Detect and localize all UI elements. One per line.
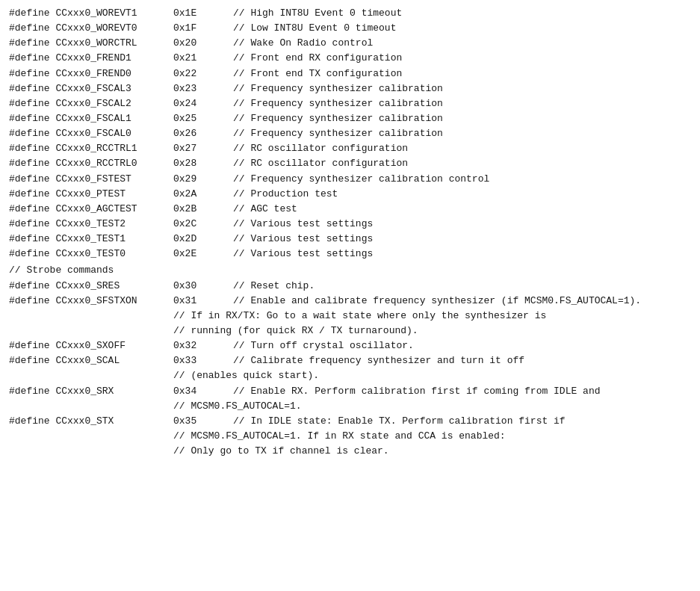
define-comment: // Frequency synthesizer calibration <box>233 96 443 111</box>
define-name: #define CCxxx0_FREND1 <box>9 51 173 66</box>
define-comment: // Reset chip. <box>233 279 315 294</box>
define-comment: // Production test <box>233 187 338 202</box>
define-line: #define CCxxx0_FREND10x21// Front end RX… <box>9 51 691 66</box>
define-comment: // Frequency synthesizer calibration <box>233 111 443 126</box>
define-name: #define CCxxx0_SRES <box>9 279 173 294</box>
define-line: #define CCxxx0_AGCTEST0x2B// AGC test <box>9 202 691 217</box>
define-comment: // Low INT8U Event 0 timeout <box>233 21 396 36</box>
define-comment: // Frequency synthesizer calibration con… <box>233 172 489 187</box>
define-line: #define CCxxx0_FSCAL30x23// Frequency sy… <box>9 81 691 96</box>
define-line: #define CCxxx0_TEST10x2D// Various test … <box>9 232 691 247</box>
define-line: #define CCxxx0_WOREVT10x1E// High INT8U … <box>9 6 691 21</box>
strobe-line-continuation: // (enables quick start). <box>9 368 691 383</box>
define-value: 0x25 <box>173 111 233 126</box>
code-content: #define CCxxx0_WOREVT10x1E// High INT8U … <box>9 6 691 459</box>
define-lines-block: #define CCxxx0_WOREVT10x1E// High INT8U … <box>9 6 691 262</box>
define-line: #define CCxxx0_FREND00x22// Front end TX… <box>9 66 691 81</box>
define-value: 0x2A <box>173 187 233 202</box>
define-value: 0x21 <box>173 51 233 66</box>
strobe-lines-block: #define CCxxx0_SRES0x30// Reset chip.#de… <box>9 279 691 460</box>
define-comment: // RC oscillator configuration <box>233 156 408 171</box>
strobe-line-continuation: // MCSM0.FS_AUTOCAL=1. If in RX state an… <box>9 429 691 444</box>
define-value: 0x30 <box>173 279 233 294</box>
define-comment: // Various test settings <box>233 217 373 232</box>
define-value: 0x27 <box>173 141 233 156</box>
define-value: 0x20 <box>173 36 233 51</box>
define-line: #define CCxxx0_FSCAL20x24// Frequency sy… <box>9 96 691 111</box>
define-value: 0x28 <box>173 156 233 171</box>
define-value: 0x32 <box>173 338 233 353</box>
define-comment: // Various test settings <box>233 232 373 247</box>
define-value: 0x2B <box>173 202 233 217</box>
define-name: #define CCxxx0_TEST0 <box>9 247 173 262</box>
define-value: 0x1F <box>173 21 233 36</box>
define-line: #define CCxxx0_TEST00x2E// Various test … <box>9 247 691 262</box>
define-value: 0x35 <box>173 414 233 429</box>
strobe-line: #define CCxxx0_SXOFF0x32// Turn off crys… <box>9 338 691 353</box>
define-name: #define CCxxx0_RCCTRL0 <box>9 156 173 171</box>
define-name: #define CCxxx0_FREND0 <box>9 66 173 81</box>
strobe-line: #define CCxxx0_SRES0x30// Reset chip. <box>9 279 691 294</box>
define-line: #define CCxxx0_RCCTRL00x28// RC oscillat… <box>9 156 691 171</box>
strobe-line-continuation: // If in RX/TX: Go to a wait state where… <box>9 309 691 324</box>
define-line: #define CCxxx0_WORCTRL0x20// Wake On Rad… <box>9 36 691 51</box>
strobe-line: #define CCxxx0_STX0x35// In IDLE state: … <box>9 414 691 429</box>
define-comment: // AGC test <box>233 202 297 217</box>
strobe-line-continuation: // MCSM0.FS_AUTOCAL=1. <box>9 399 691 414</box>
define-name: #define CCxxx0_RCCTRL1 <box>9 141 173 156</box>
define-line: #define CCxxx0_WOREVT00x1F// Low INT8U E… <box>9 21 691 36</box>
define-name: #define CCxxx0_PTEST <box>9 187 173 202</box>
define-name: #define CCxxx0_TEST2 <box>9 217 173 232</box>
define-comment: // Calibrate frequency synthesizer and t… <box>233 353 524 368</box>
define-value: 0x26 <box>173 126 233 141</box>
strobe-line-continuation: // running (for quick RX / TX turnaround… <box>9 324 691 338</box>
define-line: #define CCxxx0_PTEST0x2A// Production te… <box>9 187 691 202</box>
define-name: #define CCxxx0_FSCAL2 <box>9 96 173 111</box>
define-name: #define CCxxx0_STX <box>9 414 173 429</box>
strobe-section-label: // Strobe commands <box>9 263 691 278</box>
define-name: #define CCxxx0_SFSTXON <box>9 294 173 309</box>
define-name: #define CCxxx0_WOREVT0 <box>9 21 173 36</box>
strobe-line: #define CCxxx0_SFSTXON0x31// Enable and … <box>9 294 691 309</box>
define-name: #define CCxxx0_FSTEST <box>9 172 173 187</box>
define-name: #define CCxxx0_SXOFF <box>9 338 173 353</box>
define-comment: // Front end TX configuration <box>233 66 402 81</box>
strobe-line-continuation: // Only go to TX if channel is clear. <box>9 444 691 459</box>
define-name: #define CCxxx0_FSCAL0 <box>9 126 173 141</box>
define-name: #define CCxxx0_SCAL <box>9 353 173 368</box>
strobe-line: #define CCxxx0_SCAL0x33// Calibrate freq… <box>9 353 691 368</box>
define-value: 0x23 <box>173 81 233 96</box>
define-comment: // In IDLE state: Enable TX. Perform cal… <box>233 414 566 429</box>
define-value: 0x2D <box>173 232 233 247</box>
define-name: #define CCxxx0_WORCTRL <box>9 36 173 51</box>
define-comment: // Front end RX configuration <box>233 51 402 66</box>
define-comment: // Frequency synthesizer calibration <box>233 81 443 96</box>
define-name: #define CCxxx0_FSCAL1 <box>9 111 173 126</box>
define-name: #define CCxxx0_WOREVT1 <box>9 6 173 21</box>
define-value: 0x24 <box>173 96 233 111</box>
define-comment: // Various test settings <box>233 247 373 262</box>
define-line: #define CCxxx0_FSCAL00x26// Frequency sy… <box>9 126 691 141</box>
define-line: #define CCxxx0_TEST20x2C// Various test … <box>9 217 691 232</box>
define-value: 0x34 <box>173 384 233 399</box>
define-name: #define CCxxx0_AGCTEST <box>9 202 173 217</box>
define-comment: // Enable RX. Perform calibration first … <box>233 384 600 399</box>
define-name: #define CCxxx0_FSCAL3 <box>9 81 173 96</box>
strobe-line: #define CCxxx0_SRX0x34// Enable RX. Perf… <box>9 384 691 399</box>
define-comment: // Wake On Radio control <box>233 36 373 51</box>
define-comment: // Frequency synthesizer calibration <box>233 126 443 141</box>
define-value: 0x2E <box>173 247 233 262</box>
define-line: #define CCxxx0_RCCTRL10x27// RC oscillat… <box>9 141 691 156</box>
define-value: 0x2C <box>173 217 233 232</box>
define-value: 0x1E <box>173 6 233 21</box>
define-comment: // RC oscillator configuration <box>233 141 408 156</box>
define-comment: // High INT8U Event 0 timeout <box>233 6 402 21</box>
define-name: #define CCxxx0_SRX <box>9 384 173 399</box>
define-line: #define CCxxx0_FSCAL10x25// Frequency sy… <box>9 111 691 126</box>
define-value: 0x33 <box>173 353 233 368</box>
define-comment: // Turn off crystal oscillator. <box>233 338 414 353</box>
define-value: 0x31 <box>173 294 233 309</box>
define-line: #define CCxxx0_FSTEST0x29// Frequency sy… <box>9 172 691 187</box>
define-value: 0x29 <box>173 172 233 187</box>
define-value: 0x22 <box>173 66 233 81</box>
